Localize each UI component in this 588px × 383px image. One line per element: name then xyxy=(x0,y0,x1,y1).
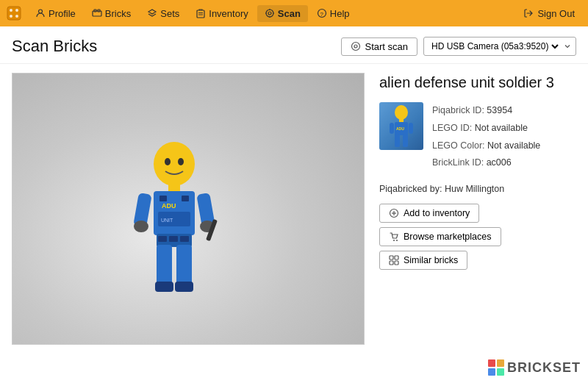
browse-marketplaces-label: Browse marketplaces xyxy=(404,232,492,242)
svg-point-57 xyxy=(396,240,398,241)
brickset-icon xyxy=(488,359,504,376)
piqabrick-id-row: Piqabrick ID: 53954 xyxy=(432,102,540,120)
clipboard-icon xyxy=(196,8,206,18)
svg-point-20 xyxy=(352,43,360,51)
app-logo[interactable] xyxy=(6,5,22,21)
svg-point-24 xyxy=(178,158,184,165)
svg-point-1 xyxy=(10,9,12,12)
lego-color-value: Not available xyxy=(487,140,540,151)
svg-rect-60 xyxy=(390,261,393,265)
scan-circle-icon xyxy=(351,41,361,51)
chevron-down-icon xyxy=(564,43,571,50)
nav-label-inventory: Inventory xyxy=(209,8,248,19)
header-controls: Start scan HD USB Camera (05a3:9520) xyxy=(341,37,576,56)
svg-rect-9 xyxy=(197,10,204,18)
brick-thumbnail-svg: ADU xyxy=(383,104,420,148)
lego-color-label: LEGO Color: xyxy=(432,140,485,151)
nav-label-help: Help xyxy=(330,8,350,19)
nav-item-bricks[interactable]: Bricks xyxy=(85,5,138,22)
svg-point-56 xyxy=(393,240,395,241)
lego-id-label: LEGO ID: xyxy=(432,123,472,133)
piqabricked-by-section: Piqabricked by: Huw Millington xyxy=(379,182,573,196)
layers-icon xyxy=(147,8,157,18)
start-scan-button[interactable]: Start scan xyxy=(341,37,417,56)
nav-item-inventory[interactable]: Inventory xyxy=(188,5,255,22)
svg-rect-38 xyxy=(155,282,173,292)
svg-rect-61 xyxy=(395,261,398,265)
add-to-inventory-label: Add to inventory xyxy=(404,208,470,218)
brick-sq-red xyxy=(488,359,495,367)
browse-marketplaces-button[interactable]: Browse marketplaces xyxy=(379,227,501,246)
nav-label-sets: Sets xyxy=(160,8,179,19)
help-icon: ? xyxy=(317,8,327,18)
brickset-text: BRICKSET xyxy=(507,360,581,376)
nav-item-sets[interactable]: Sets xyxy=(140,5,187,22)
brick-icon xyxy=(92,8,102,18)
signout-button[interactable]: Sign Out xyxy=(516,5,582,22)
brick-details: Piqabrick ID: 53954 LEGO ID: Not availab… xyxy=(432,102,540,172)
brickset-logo: BRICKSET xyxy=(488,359,581,376)
bricklink-id-label: BrickLink ID: xyxy=(432,157,484,168)
signout-icon xyxy=(523,8,534,18)
svg-point-22 xyxy=(154,142,195,186)
brick-sq-blue xyxy=(488,368,495,376)
svg-rect-46 xyxy=(399,119,404,122)
brick-thumbnail: ADU xyxy=(379,102,423,150)
result-title: alien defense unit soldier 3 xyxy=(379,73,573,92)
nav-label-profile: Profile xyxy=(49,8,76,19)
lego-figure-image: ADU UNIT xyxy=(101,131,248,315)
nav-items: Profile Bricks Sets Inventory xyxy=(28,5,516,22)
main-content: ADU UNIT xyxy=(0,64,588,382)
similar-bricks-button[interactable]: Similar bricks xyxy=(379,251,467,270)
svg-point-4 xyxy=(15,15,18,18)
camera-view: ADU UNIT xyxy=(12,73,365,345)
nav-item-help[interactable]: ? Help xyxy=(309,5,357,22)
lego-id-row: LEGO ID: Not available xyxy=(432,120,540,137)
svg-text:?: ? xyxy=(320,11,323,18)
svg-rect-52 xyxy=(409,123,413,134)
svg-rect-25 xyxy=(168,184,180,191)
svg-rect-40 xyxy=(158,236,167,242)
add-to-inventory-button[interactable]: Add to inventory xyxy=(379,204,479,223)
piqabrick-id-label: Piqabrick ID: xyxy=(432,105,484,115)
nav-item-scan[interactable]: Scan xyxy=(257,5,308,22)
action-buttons: Add to inventory Browse marketplaces Sim… xyxy=(379,204,573,270)
svg-rect-51 xyxy=(390,123,394,134)
cart-icon xyxy=(389,232,399,242)
similar-icon xyxy=(389,255,399,265)
bricklink-id-row: BrickLink ID: ac006 xyxy=(432,154,540,172)
svg-rect-49 xyxy=(395,134,400,147)
svg-point-23 xyxy=(165,158,171,165)
lego-id-value: Not available xyxy=(475,123,528,133)
svg-point-45 xyxy=(395,105,408,120)
nav-item-profile[interactable]: Profile xyxy=(28,5,83,22)
signout-label: Sign Out xyxy=(537,8,575,19)
svg-point-12 xyxy=(266,10,273,17)
svg-rect-59 xyxy=(395,256,398,259)
piqabricked-by-label: Piqabricked by: xyxy=(379,184,442,194)
piqabrick-id-value: 53954 xyxy=(487,105,512,115)
svg-rect-39 xyxy=(175,282,193,292)
similar-bricks-label: Similar bricks xyxy=(404,255,458,265)
lego-color-row: LEGO Color: Not available xyxy=(432,137,540,155)
svg-point-2 xyxy=(15,9,18,12)
svg-rect-44 xyxy=(182,196,189,201)
svg-rect-58 xyxy=(390,256,393,259)
bricklink-id-value: ac006 xyxy=(487,157,512,168)
svg-point-5 xyxy=(39,10,43,13)
piqabricked-by-value: Huw Millington xyxy=(445,184,504,194)
svg-rect-50 xyxy=(403,134,408,147)
camera-selector[interactable]: HD USB Camera (05a3:9520) xyxy=(423,37,576,56)
svg-point-31 xyxy=(134,221,148,232)
navbar: Profile Bricks Sets Inventory xyxy=(0,0,588,26)
camera-dropdown[interactable]: HD USB Camera (05a3:9520) xyxy=(429,40,561,52)
svg-text:ADU: ADU xyxy=(162,202,176,210)
person-icon xyxy=(35,8,46,18)
svg-text:ADU: ADU xyxy=(396,126,404,131)
svg-text:UNIT: UNIT xyxy=(161,218,173,223)
page-title: Scan Bricks xyxy=(12,37,341,56)
svg-point-3 xyxy=(10,15,12,18)
brick-preview: ADU Piqabrick ID: 53954 LEGO ID: Not ava… xyxy=(379,102,573,172)
brick-sq-orange xyxy=(497,359,504,367)
svg-rect-0 xyxy=(7,7,21,20)
